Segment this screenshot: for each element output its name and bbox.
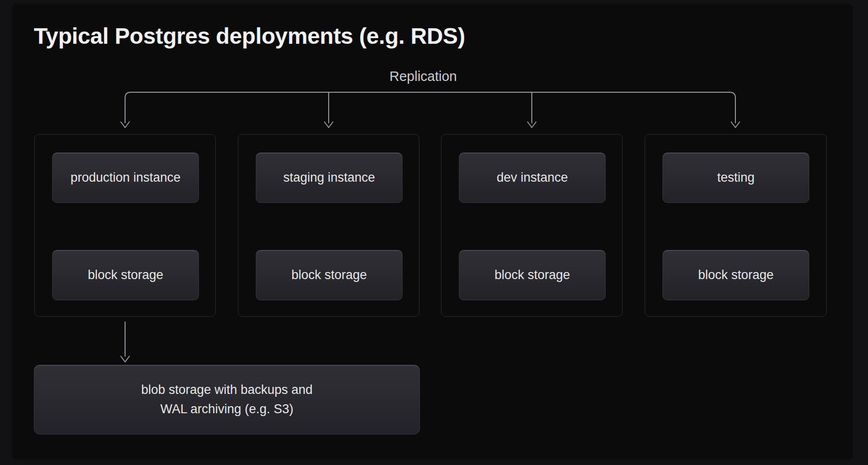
deployment-group-production: production instance block storage (34, 134, 216, 317)
page-title: Typical Postgres deployments (e.g. RDS) (34, 23, 465, 50)
deployment-group-dev: dev instance block storage (441, 134, 623, 317)
blob-storage-label-line1: blob storage with backups and (141, 380, 313, 400)
blob-storage-label-line2: WAL archiving (e.g. S3) (160, 400, 293, 419)
node-block-storage-production: block storage (52, 250, 199, 300)
node-staging-instance: staging instance (256, 152, 402, 203)
node-label: staging instance (283, 170, 375, 185)
node-label: block storage (698, 268, 774, 282)
node-label: block storage (88, 268, 164, 282)
node-label: dev instance (497, 170, 568, 185)
node-block-storage-dev: block storage (459, 250, 606, 300)
node-production-instance: production instance (52, 152, 199, 203)
diagram-canvas: Typical Postgres deployments (e.g. RDS) … (0, 0, 868, 465)
node-label: production instance (71, 170, 181, 185)
node-block-storage-staging: block storage (256, 250, 402, 300)
deployment-group-testing: testing block storage (645, 134, 827, 317)
replication-label: Replication (324, 68, 522, 85)
node-blob-storage: blob storage with backups and WAL archiv… (34, 365, 420, 434)
deployment-group-staging: staging instance block storage (238, 134, 419, 317)
node-label: block storage (292, 268, 367, 282)
node-block-storage-testing: block storage (663, 250, 809, 300)
node-label: block storage (495, 268, 570, 282)
node-dev-instance: dev instance (459, 152, 606, 203)
node-label: testing (717, 170, 755, 185)
node-testing-instance: testing (663, 152, 809, 203)
